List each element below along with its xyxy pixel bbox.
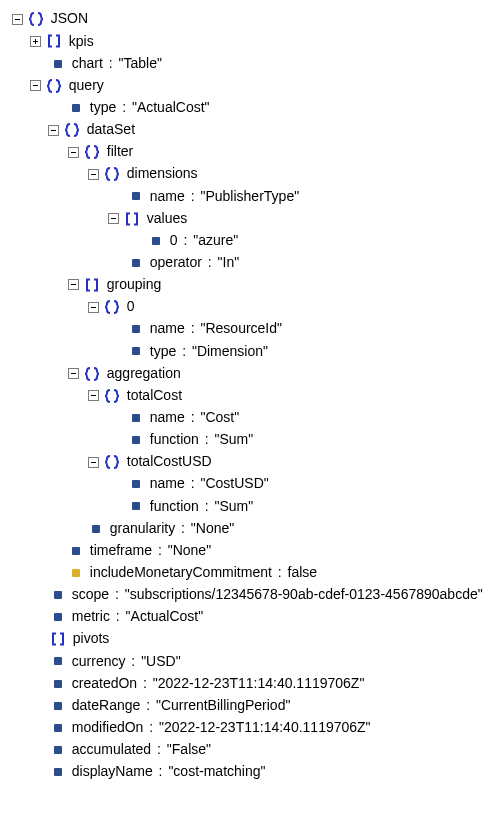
node-operator[interactable]: operator : "In" [110,252,490,274]
node-totalcostusd-function[interactable]: function : "Sum" [110,495,490,517]
node-label: createdOn : "2022-12-23T11:14:40.1119706… [72,673,365,695]
node-dataset[interactable]: dataSet [46,119,490,141]
leaf-icon [72,547,80,555]
node-label: chart : "Table" [72,53,162,75]
braces-icon [85,145,99,159]
node-modifiedon[interactable]: modifiedOn : "2022-12-23T11:14:40.111970… [32,717,490,739]
braces-icon [85,367,99,381]
node-scope[interactable]: scope : "subscriptions/12345678-90ab-cde… [32,584,490,606]
node-label: operator : "In" [150,252,239,274]
braces-icon [29,12,43,26]
node-label: modifiedOn : "2022-12-23T11:14:40.111970… [72,717,371,739]
node-label: name : "PublisherType" [150,186,299,208]
leaf-icon [132,192,140,200]
node-label: pivots [73,628,110,650]
node-daterange[interactable]: dateRange : "CurrentBillingPeriod" [32,694,490,716]
node-totalcost-name[interactable]: name : "Cost" [110,407,490,429]
leaf-icon [72,104,80,112]
collapse-icon[interactable] [68,279,79,290]
spacer-icon [52,545,63,556]
node-createdon[interactable]: createdOn : "2022-12-23T11:14:40.1119706… [32,672,490,694]
node-json-root[interactable]: JSON [10,8,490,30]
node-grouping-0-name[interactable]: name : "ResourceId" [110,318,490,340]
collapse-icon[interactable] [88,169,99,180]
braces-icon [65,123,79,137]
collapse-icon[interactable] [48,125,59,136]
node-dimensions[interactable]: dimensions [86,163,490,185]
node-label: totalCostUSD [127,451,212,473]
node-label: timeframe : "None" [90,540,211,562]
node-grouping-0-type[interactable]: type : "Dimension" [110,340,490,362]
node-label: name : "CostUSD" [150,473,269,495]
node-totalcostusd[interactable]: totalCostUSD [86,451,490,473]
node-label: 0 : "azure" [170,230,238,252]
collapse-icon[interactable] [88,457,99,468]
node-label: function : "Sum" [150,429,253,451]
node-dimensions-name[interactable]: name : "PublisherType" [110,185,490,207]
node-chart[interactable]: chart : "Table" [32,52,490,74]
node-query-type[interactable]: type : "ActualCost" [50,97,490,119]
spacer-icon [112,479,123,490]
node-totalcost-function[interactable]: function : "Sum" [110,429,490,451]
node-label: dateRange : "CurrentBillingPeriod" [72,695,291,717]
leaf-icon [132,480,140,488]
collapse-icon[interactable] [68,147,79,158]
expand-icon[interactable] [30,36,41,47]
node-label: grouping [107,274,162,296]
node-label: aggregation [107,363,181,385]
leaf-icon [92,525,100,533]
node-values[interactable]: values [106,207,490,229]
collapse-icon[interactable] [12,14,23,25]
spacer-icon [132,235,143,246]
brackets-icon [51,632,65,646]
leaf-icon [132,325,140,333]
collapse-icon[interactable] [68,368,79,379]
node-label: totalCost [127,385,182,407]
node-totalcost[interactable]: totalCost [86,384,490,406]
node-timeframe[interactable]: timeframe : "None" [50,539,490,561]
node-kpis[interactable]: kpis [28,30,490,52]
node-label: scope : "subscriptions/12345678-90ab-cde… [72,584,483,606]
spacer-icon [112,412,123,423]
node-label: type : "Dimension" [150,341,268,363]
collapse-icon[interactable] [88,390,99,401]
spacer-icon [112,257,123,268]
spacer-icon [112,346,123,357]
leaf-icon [54,680,62,688]
node-values-0[interactable]: 0 : "azure" [130,229,490,251]
leaf-icon [54,657,62,665]
leaf-icon [54,60,62,68]
node-label: dimensions [127,163,198,185]
collapse-icon[interactable] [30,80,41,91]
braces-icon [105,167,119,181]
node-accumulated[interactable]: accumulated : "False" [32,739,490,761]
leaf-icon [54,768,62,776]
leaf-boolean-icon [72,569,80,577]
leaf-icon [132,347,140,355]
node-label: accumulated : "False" [72,739,211,761]
spacer-icon [34,58,45,69]
node-include-monetary[interactable]: includeMonetaryCommitment : false [50,562,490,584]
node-label: type : "ActualCost" [90,97,210,119]
node-filter[interactable]: filter [66,141,490,163]
spacer-icon [112,191,123,202]
node-label: kpis [69,31,94,53]
node-pivots[interactable]: pivots [32,628,490,650]
braces-icon [105,389,119,403]
leaf-icon [132,414,140,422]
node-totalcostusd-name[interactable]: name : "CostUSD" [110,473,490,495]
node-currency[interactable]: currency : "USD" [32,650,490,672]
node-granularity[interactable]: granularity : "None" [70,517,490,539]
leaf-icon [132,436,140,444]
node-grouping[interactable]: grouping [66,274,490,296]
node-aggregation[interactable]: aggregation [66,362,490,384]
node-grouping-0[interactable]: 0 [86,296,490,318]
node-metric[interactable]: metric : "ActualCost" [32,606,490,628]
node-query[interactable]: query [28,74,490,96]
node-displayname[interactable]: displayName : "cost-matching" [32,761,490,783]
leaf-icon [54,724,62,732]
spacer-icon [34,589,45,600]
collapse-icon[interactable] [88,302,99,313]
node-label: granularity : "None" [110,518,234,540]
collapse-icon[interactable] [108,213,119,224]
